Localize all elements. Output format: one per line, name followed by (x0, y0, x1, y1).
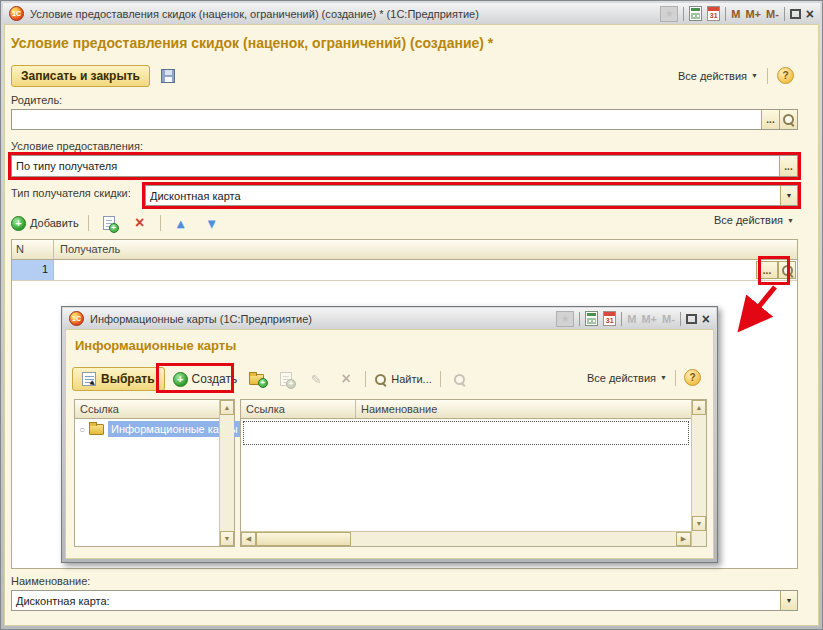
all-actions-label: Все действия (678, 70, 747, 82)
maximize-button[interactable] (790, 9, 801, 19)
move-down-button[interactable]: ▼ (201, 213, 223, 233)
memory-m-minus-button: М- (662, 313, 675, 325)
parent-field[interactable]: ... (11, 109, 798, 130)
dialog-maximize-button[interactable] (686, 314, 697, 324)
tree-column-ref[interactable]: Ссылка (75, 400, 219, 418)
parent-open-button[interactable] (779, 110, 797, 129)
name-value: Дисконтная карта: (12, 595, 780, 607)
recipient-type-value: Дисконтная карта (146, 190, 780, 202)
delete-icon: × (342, 372, 351, 386)
items-list-panel: Ссылка Наименование ◀ ▶ (240, 399, 707, 547)
titlebar-separator (784, 7, 785, 21)
window-title: Условие предоставления скидок (наценок, … (30, 8, 479, 20)
magnifier-icon (781, 264, 794, 277)
dialog-window-title: Информационные карты (1С:Предприятие) (90, 313, 312, 325)
magnifier-icon (374, 373, 387, 386)
move-down-icon: ▼ (205, 216, 218, 231)
calendar-icon[interactable]: 31 (707, 6, 720, 21)
delete-item-button[interactable]: × (335, 369, 357, 389)
memory-m-plus-button[interactable]: М+ (745, 8, 761, 20)
recipient-choose-button[interactable]: ... (756, 261, 778, 279)
column-header-n[interactable]: N (12, 240, 54, 259)
save-button[interactable] (157, 66, 179, 86)
table-header-row: N Получатель (12, 240, 797, 260)
tree-item-info-cards[interactable]: ○ Информационные карты (75, 419, 219, 439)
list-column-ref[interactable]: Ссылка (241, 400, 356, 418)
list-horizontal-scrollbar[interactable]: ◀ ▶ (241, 531, 691, 546)
save-and-close-button[interactable]: Записать и закрыть (11, 65, 150, 87)
memory-m-minus-button[interactable]: М- (766, 8, 779, 20)
calculator-icon[interactable] (689, 6, 702, 21)
add-row-button[interactable]: + Добавить (11, 216, 79, 231)
calculator-icon[interactable] (585, 311, 598, 326)
table-row[interactable]: 1 ... (12, 260, 797, 281)
clear-find-button[interactable] (449, 369, 471, 389)
create-button[interactable]: + Создать (173, 372, 238, 387)
tree-vertical-scrollbar[interactable]: ▲ ▼ (219, 400, 234, 546)
magnifier-icon (782, 113, 795, 126)
memory-m-button[interactable]: М (731, 8, 740, 20)
add-plus-icon: + (11, 216, 26, 231)
titlebar-separator (621, 312, 622, 326)
select-button[interactable]: Выбрать (72, 367, 165, 391)
separator (675, 370, 676, 386)
dialog-all-actions-button[interactable]: Все действия ▼ (587, 372, 667, 384)
condition-choose-button[interactable]: ... (779, 156, 797, 176)
name-label: Наименование: (11, 575, 90, 587)
main-titlebar[interactable]: 1С Условие предоставления скидок (нацено… (3, 3, 820, 24)
table-all-actions-button[interactable]: Все действия ▼ (714, 214, 794, 226)
calendar-icon[interactable]: 31 (603, 311, 616, 326)
recipient-cell[interactable]: ... (54, 260, 797, 280)
edit-item-button[interactable]: ✎ (305, 369, 327, 389)
scroll-up-icon[interactable]: ▲ (220, 400, 234, 415)
scroll-down-icon[interactable]: ▼ (220, 531, 234, 546)
chevron-down-icon: ▼ (787, 217, 794, 224)
scroll-down-icon[interactable]: ▼ (692, 516, 706, 531)
close-button[interactable]: × (806, 9, 814, 19)
create-plus-icon: + (173, 372, 188, 387)
scroll-left-icon[interactable]: ◀ (241, 532, 256, 546)
list-vertical-scrollbar[interactable]: ▲ ▼ (691, 400, 706, 546)
recipient-open-button[interactable] (778, 261, 796, 279)
create-group-button[interactable]: + (245, 369, 267, 389)
favorites-star-icon[interactable]: ★ (660, 6, 678, 22)
find-button[interactable]: Найти... (374, 373, 432, 386)
delete-row-button[interactable]: × (129, 213, 151, 233)
copy-icon: + (103, 216, 115, 230)
recipient-type-dropdown-button[interactable]: ▼ (780, 186, 797, 205)
column-header-recipient[interactable]: Получатель (54, 240, 797, 259)
separator (767, 68, 768, 84)
name-dropdown-button[interactable]: ▼ (780, 591, 797, 610)
dialog-help-button[interactable]: ? (684, 369, 701, 386)
move-up-button[interactable]: ▲ (170, 213, 192, 233)
empty-selection-row[interactable] (243, 421, 689, 445)
floppy-icon (161, 69, 175, 83)
scroll-right-icon[interactable]: ▶ (676, 532, 691, 546)
favorites-star-icon[interactable]: ★ (556, 311, 574, 327)
parent-choose-button[interactable]: ... (761, 110, 779, 129)
titlebar-separator (683, 7, 684, 21)
expand-toggle-icon[interactable]: ○ (79, 424, 85, 435)
name-combo[interactable]: Дисконтная карта: ▼ (11, 590, 798, 611)
separator (88, 215, 89, 231)
scroll-up-icon[interactable]: ▲ (692, 400, 706, 415)
add-row-label: Добавить (30, 217, 79, 229)
horizontal-scroll-thumb[interactable] (256, 532, 351, 546)
dialog-titlebar[interactable]: 1С Информационные карты (1С:Предприятие)… (63, 308, 716, 329)
table-all-actions-label: Все действия (714, 214, 783, 226)
all-actions-button[interactable]: Все действия ▼ (678, 70, 758, 82)
delete-icon: × (135, 216, 144, 230)
dialog-close-button[interactable]: × (702, 314, 710, 324)
condition-field[interactable]: По типу получателя ... (11, 155, 798, 177)
folder-icon: + (249, 374, 264, 385)
titlebar-separator (579, 312, 580, 326)
recipient-type-combo[interactable]: Дисконтная карта ▼ (145, 185, 798, 206)
copy-row-button[interactable]: + (98, 213, 120, 233)
pencil-icon: ✎ (311, 372, 322, 387)
save-and-close-label: Записать и закрыть (21, 69, 140, 83)
help-button[interactable]: ? (777, 67, 794, 84)
main-window: 1С Условие предоставления скидок (нацено… (0, 0, 823, 630)
list-column-name[interactable]: Наименование (356, 400, 691, 418)
list-header-row: Ссылка Наименование (241, 400, 691, 419)
copy-item-button[interactable]: + (275, 369, 297, 389)
